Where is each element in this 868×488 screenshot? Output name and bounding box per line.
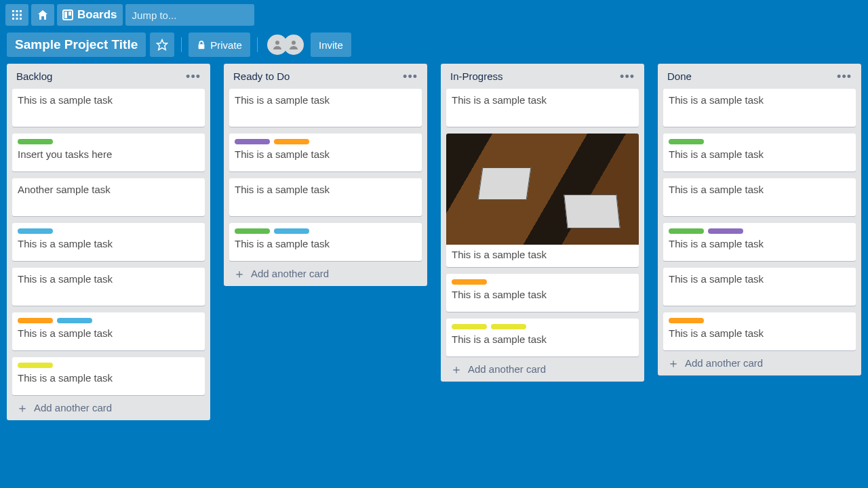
member-avatars[interactable]	[267, 35, 304, 55]
list-title[interactable]: In-Progress	[450, 70, 503, 82]
svg-rect-0	[12, 10, 14, 12]
card[interactable]: This is a sample task	[12, 223, 205, 261]
card[interactable]: This is a sample task	[663, 268, 856, 306]
card[interactable]: This is a sample task	[12, 268, 205, 306]
list-header: Done•••	[663, 69, 856, 89]
boards-button[interactable]: Boards	[57, 4, 123, 26]
svg-rect-4	[16, 14, 18, 16]
card-text: This is a sample task	[235, 238, 416, 249]
label-blue	[18, 228, 53, 234]
add-card-button[interactable]: ＋Add another card	[229, 261, 422, 281]
card-cover-image	[446, 134, 639, 245]
card[interactable]: This is a sample task	[663, 223, 856, 261]
label-green	[18, 139, 53, 144]
card[interactable]: This is a sample task	[446, 319, 639, 357]
plus-icon: ＋	[667, 359, 679, 368]
card-text: This is a sample task	[18, 372, 199, 384]
svg-rect-6	[12, 18, 14, 20]
board-title[interactable]: Sample Project Title	[7, 33, 146, 57]
list-header: Backlog•••	[12, 69, 205, 89]
lock-icon	[197, 40, 206, 49]
board-canvas: Backlog•••This is a sample taskInsert yo…	[0, 64, 868, 420]
label-yellow	[18, 363, 53, 368]
label-blue	[57, 318, 92, 323]
boards-label: Boards	[77, 8, 117, 22]
divider	[257, 37, 258, 52]
list-menu-button[interactable]: •••	[186, 75, 201, 79]
label-green	[669, 139, 704, 144]
svg-rect-10	[64, 12, 67, 18]
card-labels	[18, 363, 199, 368]
label-orange	[18, 318, 53, 323]
svg-rect-5	[20, 14, 22, 16]
card[interactable]: This is a sample task	[446, 89, 639, 127]
card[interactable]: This is a sample task	[446, 274, 639, 312]
add-card-label: Add another card	[251, 268, 329, 279]
card-text: This is a sample task	[669, 184, 850, 195]
add-card-label: Add another card	[685, 357, 763, 369]
visibility-button[interactable]: Private	[189, 33, 250, 57]
list-header: Ready to Do•••	[229, 69, 422, 89]
card[interactable]: This is a sample task	[229, 178, 422, 216]
card[interactable]: This is a sample task	[12, 89, 205, 127]
card[interactable]: This is a sample task	[663, 134, 856, 171]
list-title[interactable]: Backlog	[16, 70, 52, 82]
invite-button[interactable]: Invite	[311, 33, 351, 57]
card[interactable]: This is a sample task	[663, 178, 856, 216]
global-header: Boards	[0, 0, 868, 30]
card-labels	[669, 139, 850, 144]
home-icon	[37, 9, 48, 20]
card-text: This is a sample task	[452, 289, 633, 300]
card-labels	[669, 228, 850, 234]
avatar[interactable]	[283, 35, 304, 55]
add-card-label: Add another card	[34, 402, 112, 413]
card-labels	[18, 318, 199, 323]
label-purple	[708, 228, 743, 234]
card-text: This is a sample task	[669, 94, 850, 106]
add-card-button[interactable]: ＋Add another card	[446, 357, 639, 376]
card[interactable]: This is a sample task	[12, 312, 205, 350]
list-title[interactable]: Ready to Do	[233, 70, 290, 82]
label-green	[669, 228, 704, 234]
star-button[interactable]	[150, 33, 174, 57]
list-title[interactable]: Done	[667, 70, 692, 82]
search-box[interactable]	[125, 4, 254, 26]
label-orange	[274, 139, 309, 144]
card[interactable]: This is a sample task	[229, 89, 422, 127]
label-blue	[274, 228, 309, 234]
list-menu-button[interactable]: •••	[837, 75, 852, 79]
add-card-button[interactable]: ＋Add another card	[12, 395, 205, 415]
card-container: This is a sample taskInsert you tasks he…	[12, 89, 205, 395]
list-menu-button[interactable]: •••	[403, 75, 418, 79]
label-green	[235, 228, 270, 234]
label-yellow	[491, 324, 526, 329]
card[interactable]: Another sample task	[12, 178, 205, 216]
svg-rect-1	[16, 10, 18, 12]
card-text: This is a sample task	[669, 148, 850, 160]
visibility-label: Private	[210, 39, 242, 51]
apps-button[interactable]	[5, 4, 28, 26]
card-labels	[18, 139, 199, 144]
card[interactable]: This is a sample task	[229, 134, 422, 171]
card-text: This is a sample task	[452, 249, 633, 260]
label-yellow	[452, 324, 487, 329]
list: Ready to Do•••This is a sample taskThis …	[224, 64, 427, 286]
card[interactable]: This is a sample task	[12, 357, 205, 395]
card-text: This is a sample task	[452, 94, 633, 106]
card-text: This is a sample task	[235, 148, 416, 160]
search-input[interactable]	[132, 9, 261, 21]
svg-marker-14	[157, 40, 167, 50]
card[interactable]: This is a sample task	[446, 134, 639, 267]
label-purple	[235, 139, 270, 144]
list-menu-button[interactable]: •••	[620, 75, 635, 79]
card[interactable]: This is a sample task	[663, 89, 856, 127]
card[interactable]: Insert you tasks here	[12, 134, 205, 171]
home-button[interactable]	[31, 4, 54, 26]
svg-rect-15	[199, 44, 205, 49]
card[interactable]: This is a sample task	[663, 312, 856, 350]
list: Backlog•••This is a sample taskInsert yo…	[7, 64, 210, 420]
plus-icon: ＋	[450, 365, 462, 374]
person-icon	[288, 39, 299, 50]
card[interactable]: This is a sample task	[229, 223, 422, 261]
add-card-button[interactable]: ＋Add another card	[663, 350, 856, 370]
